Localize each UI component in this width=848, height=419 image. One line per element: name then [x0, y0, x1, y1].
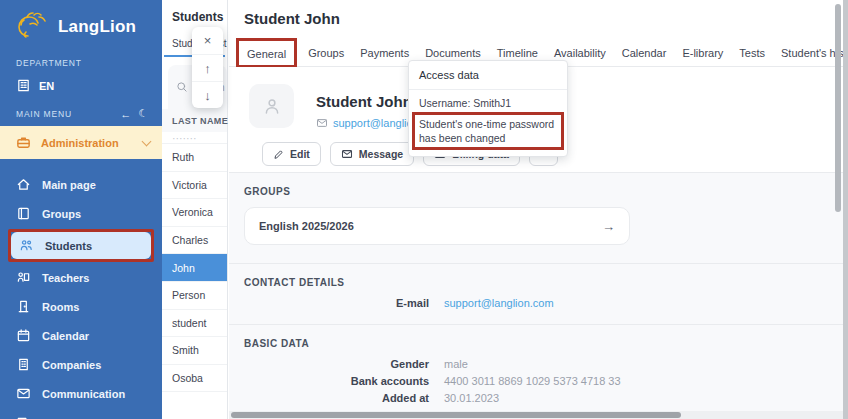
close-icon[interactable]: × — [192, 27, 223, 54]
tooltip-username: Username: SmithJ1 — [409, 90, 567, 112]
groups-section-title: GROUPS — [244, 186, 848, 197]
nav-label: Groups — [42, 208, 81, 220]
language-label: EN — [39, 80, 54, 92]
sidebar-item-students[interactable]: Students — [11, 232, 151, 259]
email-link[interactable]: support@langlion.com — [444, 297, 554, 309]
nav-label: Students — [45, 240, 92, 252]
door-icon — [16, 299, 31, 314]
nav-label: Companies — [42, 359, 101, 371]
list-item-partial: ······· — [162, 132, 227, 144]
collapse-sidebar-icon[interactable]: ← — [120, 108, 131, 120]
group-name: English 2025/2026 — [259, 220, 602, 232]
envelope-icon — [341, 148, 353, 160]
window-vertical-scrollbar[interactable] — [843, 0, 848, 419]
tab-calendar[interactable]: Calendar — [614, 41, 675, 65]
nav-label: Teachers — [42, 272, 90, 284]
basic-section-title: BASIC DATA — [244, 338, 848, 349]
annotation-nav-widget: × ↑ ↓ — [192, 27, 223, 108]
message-label: Message — [359, 148, 403, 160]
envelope-icon — [316, 117, 328, 129]
edit-label: Edit — [290, 148, 310, 160]
arrow-right-icon[interactable]: → — [602, 219, 615, 234]
app-window: LangLion DEPARTMENT EN MAIN MENU ← ☾ Adm… — [0, 0, 848, 419]
content-vertical-scrollbar[interactable] — [835, 4, 841, 212]
edit-button[interactable]: Edit — [262, 142, 321, 166]
sidebar-item-companies[interactable]: Companies — [8, 351, 154, 378]
list-item-selected[interactable]: John — [162, 254, 227, 282]
sidebar-item-teachers[interactable]: Teachers — [8, 264, 154, 291]
tooltip-title: Access data — [409, 61, 567, 90]
annotation-box-password-note: Student's one-time password has been cha… — [412, 112, 564, 150]
field-label: E-mail — [244, 297, 429, 309]
chevron-down-icon — [142, 136, 152, 146]
list-item[interactable]: Ruth — [162, 144, 227, 172]
sidebar-item-groups[interactable]: Groups — [8, 200, 154, 227]
list-item[interactable]: student — [162, 310, 227, 338]
tab-groups[interactable]: Groups — [300, 41, 352, 65]
groups-section: GROUPS English 2025/2026 → — [229, 173, 848, 263]
column-header-last-name[interactable]: LAST NAME — [162, 109, 227, 132]
sidebar: LangLion DEPARTMENT EN MAIN MENU ← ☾ Adm… — [0, 0, 162, 419]
field-label: Added at — [244, 392, 429, 404]
main-menu-row: MAIN MENU ← ☾ — [0, 99, 162, 126]
nav-label: Rooms — [42, 301, 79, 313]
basic-row: Added at 30.01.2023 — [244, 392, 848, 404]
field-value: 4400 3011 8869 1029 5373 4718 33 — [444, 375, 621, 387]
tab-general[interactable]: General — [244, 46, 289, 62]
scrollbar-thumb[interactable] — [231, 412, 681, 418]
field-value: male — [444, 358, 468, 370]
list-item[interactable]: Charles — [162, 227, 227, 255]
list-item[interactable]: Victoria — [162, 172, 227, 200]
list-item[interactable]: Osoba — [162, 365, 227, 393]
contact-details-section: CONTACT DETAILS E-mail support@langlion.… — [229, 264, 848, 324]
access-data-tooltip: Access data Username: SmithJ1 Student's … — [408, 60, 568, 157]
sidebar-nav: Main page Groups Students — [0, 159, 162, 419]
person-icon — [262, 96, 282, 116]
main-menu-label: MAIN MENU — [16, 109, 113, 119]
horizontal-scrollbar[interactable] — [229, 411, 843, 419]
message-button[interactable]: Message — [330, 142, 414, 166]
sidebar-item-communication[interactable]: Communication — [8, 380, 154, 407]
arrow-up-icon[interactable]: ↑ — [192, 54, 223, 81]
building-icon — [16, 357, 31, 372]
sidebar-item-calendar[interactable]: Calendar — [8, 322, 154, 349]
tab-payments[interactable]: Payments — [352, 41, 417, 65]
department-section-label: DEPARTMENT — [0, 50, 162, 72]
page-title: Student John — [229, 0, 848, 27]
list-item[interactable]: Person — [162, 282, 227, 310]
sidebar-item-rooms[interactable]: Rooms — [8, 293, 154, 320]
app-logo[interactable]: LangLion — [0, 0, 162, 50]
dark-mode-icon[interactable]: ☾ — [138, 107, 148, 120]
list-panel-title: Students — [162, 0, 227, 24]
tab-e-library[interactable]: E-library — [674, 41, 731, 65]
annotation-box-students: Students — [8, 229, 154, 262]
arrow-down-icon[interactable]: ↓ — [192, 81, 223, 108]
contact-row: E-mail support@langlion.com — [244, 297, 848, 309]
sidebar-item-sms[interactable]: SMS — [8, 409, 154, 419]
pencil-icon — [273, 149, 284, 160]
envelope-icon — [16, 386, 31, 401]
nav-label: Communication — [42, 388, 125, 400]
list-item[interactable]: Smith — [162, 337, 227, 365]
avatar[interactable] — [249, 84, 294, 128]
nav-label: Main page — [42, 179, 96, 191]
language-selector[interactable]: EN — [0, 72, 162, 99]
group-card[interactable]: English 2025/2026 → — [244, 207, 630, 245]
contact-section-title: CONTACT DETAILS — [244, 277, 848, 288]
sidebar-item-main-page[interactable]: Main page — [8, 171, 154, 198]
briefcase-icon — [16, 135, 31, 150]
list-item[interactable]: Veronica — [162, 199, 227, 227]
student-name: Student John — [316, 93, 412, 110]
annotation-box-general-tab: General — [236, 38, 297, 68]
basic-row: Gender male — [244, 358, 848, 370]
lion-logo-icon — [14, 10, 54, 44]
student-details: GROUPS English 2025/2026 → CONTACT DETAI… — [229, 172, 848, 419]
admin-label: Administration — [41, 137, 119, 149]
department-icon — [16, 78, 31, 93]
scrollbar-thumb[interactable] — [843, 0, 848, 419]
students-list-panel: Students Students list search LAST NAME … — [162, 0, 228, 419]
tab-tests[interactable]: Tests — [731, 41, 773, 65]
basic-row: Bank accounts 4400 3011 8869 1029 5373 4… — [244, 375, 848, 387]
book-icon — [16, 206, 31, 221]
sidebar-item-administration[interactable]: Administration — [0, 126, 162, 159]
